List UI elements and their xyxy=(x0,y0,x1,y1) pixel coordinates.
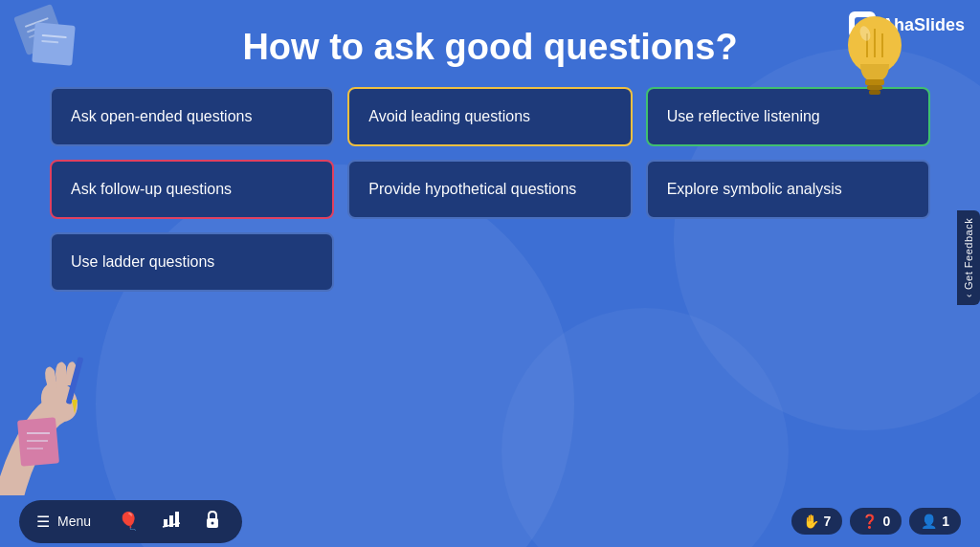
person-count-badge: 👤 1 xyxy=(909,508,961,535)
svg-rect-6 xyxy=(869,90,880,95)
option-1[interactable]: Ask open-ended questions xyxy=(50,87,334,146)
svg-point-22 xyxy=(212,521,214,524)
menu-icon: ☰ xyxy=(36,513,50,531)
bottom-stats: ✋ 7 ❓ 0 👤 1 xyxy=(791,508,961,535)
celebrate-icon[interactable]: 🎈 xyxy=(114,509,143,534)
option-7[interactable]: Use ladder questions xyxy=(50,232,334,292)
question-mark-icon: ❓ xyxy=(861,514,878,529)
person-icon: 👤 xyxy=(921,514,937,529)
menu-button[interactable]: ☰ Menu xyxy=(36,513,91,531)
svg-rect-5 xyxy=(867,85,882,90)
page-header: How to ask good questions? xyxy=(0,0,980,87)
hand-pen-decoration xyxy=(0,323,105,499)
option-4[interactable]: Ask follow-up questions xyxy=(50,160,334,219)
page-title: How to ask good questions? xyxy=(242,27,737,68)
option-5[interactable]: Provide hypothetical questions xyxy=(347,160,632,219)
bottom-bar: ☰ Menu 🎈 ✋ xyxy=(0,495,980,547)
hand-raise-icon: ✋ xyxy=(803,514,819,529)
lightbulb-decoration xyxy=(836,5,913,109)
question-count-badge: ❓ 0 xyxy=(850,508,902,535)
lock-icon[interactable] xyxy=(200,508,225,536)
bottom-controls: ☰ Menu 🎈 xyxy=(19,500,242,543)
option-6[interactable]: Explore symbolic analysis xyxy=(646,160,930,219)
feedback-tab[interactable]: ‹ Get Feedback xyxy=(957,210,980,305)
option-2[interactable]: Avoid leading questions xyxy=(347,87,632,146)
options-grid: Ask open-ended questions Avoid leading q… xyxy=(11,87,969,292)
chart-icon[interactable] xyxy=(158,508,185,536)
svg-rect-4 xyxy=(865,79,884,85)
hand-count-badge: ✋ 7 xyxy=(791,508,843,535)
